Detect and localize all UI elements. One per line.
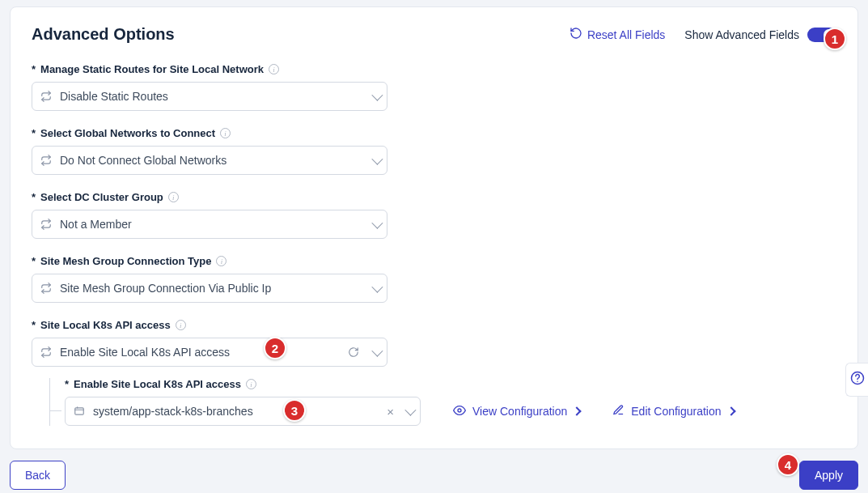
k8s-sub-value: system/app-stack-k8s-branches [93, 405, 375, 418]
k8s-sub-block: * Enable Site Local K8s API access i sys… [49, 378, 836, 426]
routes-select[interactable]: Disable Static Routes [32, 82, 387, 111]
help-bubble[interactable] [845, 363, 868, 397]
callout-badge-2: 2 [264, 337, 286, 359]
field-label-k8s: * Site Local K8s API access i [32, 319, 836, 331]
info-icon[interactable]: i [168, 192, 179, 202]
field-label-dcgroup: * Select DC Cluster Group i [32, 191, 836, 203]
swap-icon [40, 346, 52, 358]
label-text: Manage Static Routes for Site Local Netw… [40, 63, 264, 75]
field-label-k8s-sub: * Enable Site Local K8s API access i [65, 378, 836, 390]
svg-point-1 [458, 409, 461, 412]
chevron-down-icon [404, 405, 416, 416]
field-label-mesh: * Site Mesh Group Connection Type i [32, 255, 836, 267]
panel-title: Advanced Options [32, 25, 569, 44]
field-label-globalnw: * Select Global Networks to Connect i [32, 127, 836, 139]
chevron-down-icon [371, 218, 383, 229]
show-advanced-label: Show Advanced Fields [684, 28, 799, 41]
info-icon[interactable]: i [246, 379, 256, 389]
namespace-icon [74, 406, 85, 417]
advanced-options-panel: Advanced Options Reset All Fields Show A… [10, 6, 858, 449]
chevron-right-icon [726, 406, 735, 415]
reset-label: Reset All Fields [587, 28, 665, 41]
callout-badge-3: 3 [283, 399, 306, 422]
eye-icon [453, 404, 466, 419]
undo-icon [569, 27, 582, 42]
label-text: Site Local K8s API access [40, 319, 171, 331]
swap-icon [40, 91, 52, 102]
apply-button[interactable]: Apply [799, 461, 858, 490]
clear-icon[interactable]: × [383, 405, 397, 419]
dcgroup-select[interactable]: Not a Member [32, 210, 387, 239]
info-icon[interactable]: i [269, 64, 279, 74]
back-button[interactable]: Back [10, 461, 66, 490]
k8s-select[interactable]: Enable Site Local K8s API access [32, 338, 387, 367]
reset-all-fields-link[interactable]: Reset All Fields [569, 27, 665, 42]
info-icon[interactable]: i [220, 128, 231, 138]
swap-icon [40, 155, 52, 166]
globalnw-value: Do Not Connect Global Networks [60, 154, 364, 167]
link-text: Edit Configuration [631, 405, 721, 418]
chevron-right-icon [573, 406, 582, 415]
question-icon [850, 371, 865, 389]
routes-value: Disable Static Routes [60, 90, 364, 103]
refresh-icon[interactable] [348, 346, 359, 358]
label-text: Select Global Networks to Connect [40, 127, 215, 139]
swap-icon [40, 283, 52, 294]
label-text: Select DC Cluster Group [40, 191, 163, 203]
mesh-value: Site Mesh Group Connection Via Public Ip [60, 282, 364, 295]
info-icon[interactable]: i [216, 256, 227, 266]
view-configuration-link[interactable]: View Configuration [453, 404, 580, 419]
chevron-down-icon [371, 154, 383, 165]
chevron-down-icon [371, 282, 383, 293]
label-text: Enable Site Local K8s API access [74, 378, 241, 390]
callout-badge-1: 1 [824, 28, 846, 50]
k8s-sub-row: system/app-stack-k8s-branches × View Con… [65, 397, 836, 426]
chevron-down-icon [371, 346, 383, 357]
pencil-icon [612, 404, 625, 419]
footer: Back Apply [10, 461, 858, 490]
swap-icon [40, 219, 52, 230]
callout-badge-4: 4 [777, 453, 799, 476]
label-text: Site Mesh Group Connection Type [40, 255, 211, 267]
dcgroup-value: Not a Member [60, 218, 364, 231]
info-icon[interactable]: i [176, 320, 186, 330]
mesh-select[interactable]: Site Mesh Group Connection Via Public Ip [32, 274, 387, 303]
field-label-routes: * Manage Static Routes for Site Local Ne… [32, 63, 836, 75]
edit-configuration-link[interactable]: Edit Configuration [612, 404, 734, 419]
globalnw-select[interactable]: Do Not Connect Global Networks [32, 146, 387, 175]
svg-rect-0 [75, 408, 84, 414]
k8s-value: Enable Site Local K8s API access [60, 346, 340, 359]
panel-header: Advanced Options Reset All Fields Show A… [32, 25, 836, 44]
link-text: View Configuration [472, 405, 567, 418]
chevron-down-icon [371, 90, 383, 101]
k8s-sub-select[interactable]: system/app-stack-k8s-branches × [65, 397, 421, 426]
